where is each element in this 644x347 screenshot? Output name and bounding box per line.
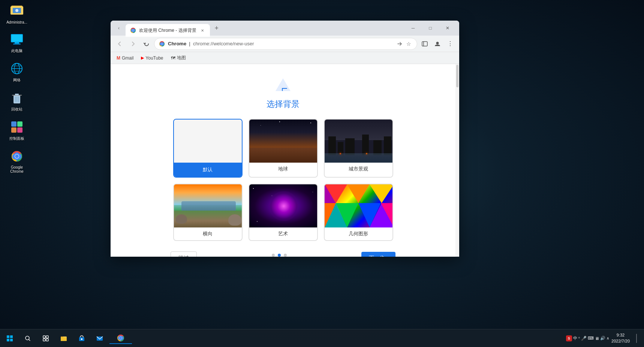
bg-card-art[interactable]: 艺术 (249, 184, 318, 241)
next-button[interactable]: 下一步 › (361, 252, 395, 257)
svg-rect-32 (422, 42, 427, 46)
desktop: Administra... 此电脑 (0, 0, 644, 347)
desktop-icon-control-panel-label: 控制面板 (9, 136, 24, 141)
search-button[interactable] (19, 330, 36, 347)
punctuation-icon[interactable]: ° (578, 336, 580, 341)
new-tab-btn[interactable]: + (211, 23, 222, 33)
taskbar: S 中 ° 🎤 ⌨ 🖥 🔊 ∧ 9:32 2022/7/20 (0, 329, 644, 347)
bookmark-gmail[interactable]: M Gmail (114, 54, 136, 62)
mail-button[interactable] (91, 330, 108, 347)
minimize-btn[interactable]: ─ (404, 22, 422, 34)
chrome-logo: ⌐ (274, 78, 292, 96)
file-explorer-button[interactable] (55, 330, 72, 347)
desktop-icon-google-chrome-label: Google Chrome (4, 165, 30, 174)
show-desktop-btn[interactable] (632, 330, 641, 347)
reload-btn[interactable] (141, 38, 153, 50)
svg-rect-7 (13, 43, 21, 45)
svg-rect-19 (11, 121, 16, 127)
svg-rect-49 (10, 339, 13, 341)
desktop-icon-administrator[interactable]: Administra... (4, 4, 30, 24)
dot-2[interactable] (278, 254, 281, 257)
background-grid: 默认 地球 (173, 119, 393, 241)
menu-btn[interactable]: ⋮ (444, 38, 456, 50)
sidebar-toggle-btn[interactable] (419, 38, 431, 50)
svg-marker-38 (370, 184, 393, 203)
chrome-taskbar-app[interactable] (109, 333, 132, 344)
window-controls: ─ □ ✕ (404, 22, 456, 34)
bg-card-geo[interactable]: 几何图形 (324, 184, 393, 241)
bookmark-youtube-label: YouTube (145, 55, 163, 61)
start-button[interactable] (1, 330, 18, 347)
bookmark-maps[interactable]: 🗺 地图 (168, 53, 189, 63)
scrollbar[interactable] (455, 64, 459, 257)
desktop-icon-control-panel[interactable]: 控制面板 (4, 120, 30, 141)
svg-text:⌐: ⌐ (282, 82, 288, 94)
svg-line-51 (29, 339, 30, 341)
network-tray-icon[interactable]: 🖥 (595, 336, 599, 341)
bg-card-earth[interactable]: 地球 (249, 119, 318, 178)
active-tab[interactable]: 欢迎使用 Chrome - 选择背景 ✕ (126, 24, 210, 37)
input-method-icon[interactable]: 中 (573, 335, 577, 341)
taskbar-right: S 中 ° 🎤 ⌨ 🖥 🔊 ∧ 9:32 2022/7/20 (566, 330, 644, 347)
toolbar-right: ⋮ (419, 38, 456, 50)
address-icons: ☆ (396, 40, 412, 48)
desktop-icon-google-chrome[interactable]: Google Chrome (4, 149, 30, 174)
chrome-logo-area: ⌐ (126, 72, 440, 99)
address-text: Chrome | chrome://welcome/new-user (168, 41, 393, 46)
page-content: ⌐ 选择背景 默认 (111, 64, 459, 257)
svg-rect-21 (11, 127, 16, 133)
clock-time: 9:32 (611, 332, 630, 338)
bg-card-landscape[interactable]: 横向 (173, 184, 243, 241)
share-icon[interactable] (396, 40, 403, 48)
svg-rect-22 (17, 127, 22, 133)
svg-rect-59 (81, 338, 82, 340)
title-bar: ‹ 欢迎使用 Chrome - 选择背景 ✕ (111, 21, 459, 36)
bg-card-default[interactable]: 默认 (173, 119, 243, 178)
overflow-icon[interactable]: ∧ (607, 336, 609, 340)
task-view-button[interactable] (37, 330, 54, 347)
bg-card-landscape-label: 横向 (174, 227, 242, 240)
desktop-icon-my-computer[interactable]: 此电脑 (4, 32, 30, 54)
bookmarks-bar: M Gmail ▶ YouTube 🗺 地图 (111, 52, 459, 64)
back-btn[interactable] (114, 38, 126, 50)
desktop-icon-network-label: 网络 (13, 78, 21, 83)
maximize-btn[interactable]: □ (422, 22, 439, 34)
desktop-icon-recycle-bin-label: 回收站 (11, 107, 22, 112)
close-btn[interactable]: ✕ (439, 22, 456, 34)
dot-1 (272, 254, 275, 257)
scrollbar-thumb[interactable] (456, 65, 458, 87)
desktop-icons-container: Administra... 此电脑 (4, 4, 30, 174)
svg-point-3 (15, 9, 18, 12)
forward-btn[interactable] (127, 38, 139, 50)
keyboard-icon[interactable]: ⌨ (588, 336, 594, 341)
tab-area: 欢迎使用 Chrome - 选择背景 ✕ + (126, 21, 401, 36)
svg-rect-15 (15, 94, 19, 95)
bg-card-default-label: 默认 (174, 163, 242, 177)
bottom-row: 跳过 下一步 › (171, 251, 395, 257)
tab-scroll-left[interactable]: ‹ (114, 23, 124, 33)
svg-point-31 (161, 43, 163, 45)
skip-button[interactable]: 跳过 (171, 251, 197, 257)
svg-rect-20 (17, 121, 22, 127)
bookmark-star-icon[interactable]: ☆ (405, 40, 412, 48)
address-favicon (159, 41, 165, 47)
tab-close-btn[interactable]: ✕ (199, 27, 205, 33)
svg-point-34 (436, 42, 439, 44)
svg-point-25 (15, 154, 19, 158)
mic-icon[interactable]: 🎤 (581, 336, 587, 341)
account-btn[interactable] (431, 38, 443, 50)
desktop-icon-recycle-bin[interactable]: 回收站 (4, 90, 30, 112)
desktop-icon-network[interactable]: 网络 (4, 61, 30, 83)
bookmark-youtube[interactable]: ▶ YouTube (138, 54, 166, 62)
svg-rect-46 (7, 335, 9, 338)
sougou-input-icon[interactable]: S (566, 335, 572, 341)
next-arrow-icon: › (386, 255, 388, 257)
store-button[interactable] (73, 330, 90, 347)
svg-point-28 (132, 30, 134, 31)
chrome-window: ‹ 欢迎使用 Chrome - 选择背景 ✕ (111, 21, 459, 257)
next-button-label: 下一步 (369, 255, 385, 257)
svg-rect-54 (43, 339, 45, 341)
bg-card-city[interactable]: 城市景观 (324, 119, 393, 178)
address-bar[interactable]: Chrome | chrome://welcome/new-user ☆ (154, 38, 417, 50)
volume-icon[interactable]: 🔊 (600, 336, 605, 341)
